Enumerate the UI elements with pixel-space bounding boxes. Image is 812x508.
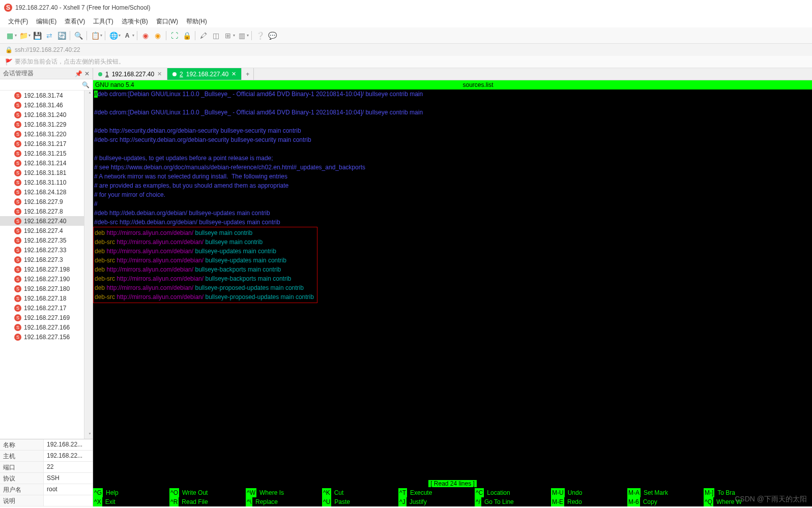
menu-window[interactable]: 窗口(W) [153,16,181,27]
session-icon: S [14,237,21,244]
session-icon: S [14,150,21,157]
session-item[interactable]: S192.168.31.110 [0,177,93,187]
help-icon[interactable]: ❔ [254,30,266,41]
session-item[interactable]: S192.168.31.215 [0,148,93,158]
copy-icon[interactable]: 📋 [90,30,101,41]
lock-small-icon: 🔒 [5,46,13,53]
session-item[interactable]: S192.168.31.217 [0,139,93,148]
layout3-icon[interactable]: ▥ [236,30,247,41]
layout2-icon[interactable]: ⊞ [222,30,234,41]
search-icon[interactable]: 🔍 [73,30,84,41]
sidebar-search[interactable]: 🔍 [0,79,93,91]
session-item[interactable]: S192.168.227.4 [0,226,93,235]
session-icon: S [14,276,21,283]
prop-desc-value [44,495,93,506]
watermark: CSDN @下雨天的太阳 [735,495,807,504]
session-item[interactable]: S192.168.227.35 [0,235,93,245]
menu-help[interactable]: 帮助(H) [183,16,210,27]
session-icon: S [14,256,21,263]
session-tree[interactable]: S192.168.31.74S192.168.31.46S192.168.31.… [0,91,93,439]
reconnect-icon[interactable]: 🔄 [56,30,67,41]
session-item[interactable]: S192.168.31.181 [0,168,93,177]
app-logo-icon: S [4,4,12,12]
session-item[interactable]: S192.168.31.229 [0,119,93,129]
session-icon: S [14,247,21,254]
prop-port-value: 22 [44,462,93,472]
xftp-icon[interactable]: ◉ [152,30,163,41]
session-item[interactable]: S192.168.227.180 [0,284,93,293]
session-item[interactable]: S192.168.227.166 [0,322,93,332]
session-item[interactable]: S192.168.227.8 [0,206,93,216]
session-item[interactable]: S192.168.227.40 [0,216,93,226]
highlight-icon[interactable]: 🖍 [198,30,209,41]
titlebar: S 192.168.227.40 - Xshell 7 (Free for Ho… [0,0,812,15]
transfer-icon[interactable]: ⇄ [44,30,55,41]
nano-shortcut: ^XExit [93,497,169,506]
scroll-up-icon[interactable]: ˄ [89,92,91,97]
sidebar-title: 会话管理器 [3,69,34,78]
new-session-icon[interactable]: ▦ [4,30,15,41]
terminal[interactable]: GNU nano 5.4 sources.list #deb cdrom:[De… [93,80,812,506]
session-tab[interactable]: 1 192.168.227.40✕ [93,68,167,80]
prop-proto-value: SSH [44,473,93,484]
session-item[interactable]: S192.168.227.33 [0,245,93,255]
menu-tools[interactable]: 工具(T) [90,16,116,27]
xshell-icon[interactable]: ◉ [140,30,151,41]
nano-shortcut: ^GHelp [93,488,169,497]
pin-icon[interactable]: 📌 [75,70,82,77]
nano-shortcut: ^JJustify [398,497,475,506]
session-item[interactable]: S192.168.227.18 [0,293,93,303]
prop-user-label: 用户名 [0,484,44,495]
close-tab-icon[interactable]: ✕ [157,71,162,77]
prop-name-value: 192.168.22... [44,439,93,450]
session-item[interactable]: S192.168.24.128 [0,187,93,197]
toolbar: ▦▾ 📁▾ 💾 ⇄ 🔄 🔍 📋▾ 🌐▾ A▾ ◉ ◉ ⛶ 🔒 🖍 ◫ ⊞▾ ▥▾… [0,27,812,44]
chat-icon[interactable]: 💬 [267,30,278,41]
infobar: 🚩 要添加当前会话，点击左侧的箭头按钮。 [0,56,812,68]
addressbar[interactable]: 🔒 ssh://192.168.227.40:22 [0,44,812,56]
session-item[interactable]: S192.168.31.74 [0,91,93,100]
session-item[interactable]: S192.168.31.46 [0,100,93,110]
nano-footer: ^GHelp^OWrite Out^WWhere Is^KCut^TExecut… [93,488,812,506]
session-item[interactable]: S192.168.31.214 [0,158,93,168]
nano-shortcut: M-UUndo [551,488,627,497]
layout1-icon[interactable]: ◫ [210,30,221,41]
session-icon: S [14,140,21,147]
close-tab-icon[interactable]: ✕ [231,71,236,77]
new-tab-button[interactable]: + [242,68,254,80]
session-icon: S [14,121,21,128]
menu-view[interactable]: 查看(V) [62,16,88,27]
lock-icon[interactable]: 🔒 [181,30,192,41]
open-folder-icon[interactable]: 📁 [18,30,29,41]
fullscreen-icon[interactable]: ⛶ [169,30,180,41]
session-item[interactable]: S192.168.227.156 [0,332,93,342]
scroll-down-icon[interactable]: ˅ [89,432,91,438]
prop-port-label: 端口 [0,462,44,472]
scrollbar[interactable]: ˄ ˅ [84,91,93,439]
session-item[interactable]: S192.168.227.198 [0,264,93,274]
session-icon: S [14,179,21,186]
session-tab[interactable]: 2 192.168.227.40✕ [167,68,242,80]
session-item[interactable]: S192.168.227.3 [0,255,93,264]
toolbar-sep [166,31,166,40]
globe-icon[interactable]: 🌐 [108,30,119,41]
session-item[interactable]: S192.168.227.9 [0,197,93,206]
session-item[interactable]: S192.168.227.190 [0,274,93,284]
session-icon: S [14,102,21,109]
close-panel-icon[interactable]: ✕ [84,70,90,77]
font-icon[interactable]: A [122,30,133,41]
session-icon: S [14,218,21,225]
sidebar: 会话管理器 📌✕ 🔍 S192.168.31.74S192.168.31.46S… [0,68,93,506]
nano-shortcut: ^/Go To Line [475,497,551,506]
session-icon: S [14,160,21,167]
menu-tabs[interactable]: 选项卡(B) [119,16,151,27]
menu-file[interactable]: 文件(F) [5,16,31,27]
toolbar-sep [70,31,70,40]
save-icon[interactable]: 💾 [32,30,43,41]
session-item[interactable]: S192.168.227.169 [0,313,93,322]
session-item[interactable]: S192.168.227.17 [0,303,93,313]
address-text: ssh://192.168.227.40:22 [15,46,80,53]
session-item[interactable]: S192.168.31.220 [0,129,93,139]
session-item[interactable]: S192.168.31.240 [0,110,93,119]
menu-edit[interactable]: 编辑(E) [33,16,60,27]
